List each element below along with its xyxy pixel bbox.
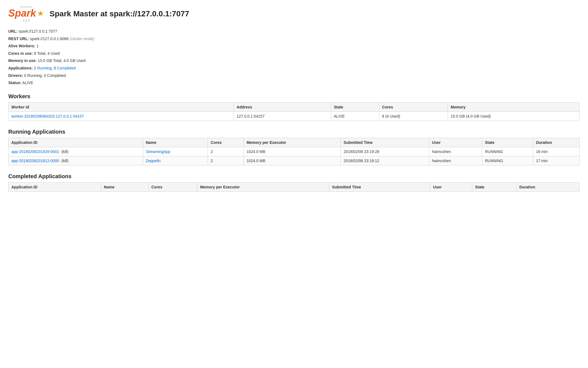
comp-col-submitted: Submitted Time: [329, 182, 430, 191]
running-apps-section: Running Applications Application ID Name…: [8, 129, 580, 165]
workers-col-state: State: [331, 102, 379, 112]
run-app-submitted-cell-1: 2018/02/08 23:19:28: [341, 147, 429, 156]
table-row: app-20180208231928-0001 (kill) Streaming…: [9, 147, 580, 156]
workers-col-address: Address: [234, 102, 331, 112]
workers-col-memory: Memory: [448, 102, 579, 112]
url-label: URL:: [8, 29, 17, 33]
comp-col-state: State: [472, 182, 516, 191]
completed-applications-link[interactable]: Completed: [57, 66, 76, 70]
memory-label: Memory in use:: [8, 58, 37, 63]
completed-apps-section: Completed Applications Application ID Na…: [8, 173, 580, 192]
run-app-name-link-2[interactable]: Zeppelin: [146, 159, 161, 163]
memory-row: Memory in use: 15.0 GB Total, 4.0 GB Use…: [8, 57, 580, 64]
status-label: Status:: [8, 81, 21, 85]
run-app-state-cell-2: RUNNING: [482, 156, 533, 165]
rest-url-label: REST URL:: [8, 37, 29, 41]
worker-id-cell: worker-20180208084203-127.0.0.1-54157: [9, 112, 234, 121]
memory-value: 15.0 GB Total, 4.0 GB Used: [38, 58, 86, 63]
run-col-memory: Memory per Executor: [244, 138, 341, 147]
version-label: 2.2.0: [23, 19, 29, 22]
completed-apps-header-row: Application ID Name Cores Memory per Exe…: [9, 182, 580, 191]
cores-value: 8 Total, 4 Used: [34, 51, 60, 56]
run-col-app-id: Application ID: [9, 138, 143, 147]
run-col-duration: Duration: [533, 138, 580, 147]
run-col-user: User: [429, 138, 482, 147]
applications-row: Applications: 2 Running, 0 Completed: [8, 64, 580, 72]
worker-address-cell: 127.0.0.1:54157: [234, 112, 331, 121]
workers-section: Workers Worker Id Address State Cores Me…: [8, 93, 580, 121]
comp-col-name: Name: [101, 182, 149, 191]
run-app-id-link-2[interactable]: app-20180208231812-0000: [11, 159, 59, 163]
page-header: APACHE Spark ★ 2.2.0 Spark Master at spa…: [8, 6, 580, 22]
completed-apps-header: Application ID Name Cores Memory per Exe…: [9, 182, 580, 191]
table-row: app-20180208231812-0000 (kill) Zeppelin …: [9, 156, 580, 165]
table-row: worker-20180208084203-127.0.0.1-54157 12…: [9, 112, 580, 121]
url-row: URL: spark://127.0.0.1:7077: [8, 28, 580, 35]
drivers-label: Drivers:: [8, 73, 23, 78]
comp-col-duration: Duration: [516, 182, 579, 191]
rest-url-note: (cluster mode): [70, 37, 94, 41]
applications-completed-count: 0: [54, 66, 56, 70]
completed-apps-table: Application ID Name Cores Memory per Exe…: [8, 182, 580, 192]
comp-col-memory: Memory per Executor: [197, 182, 329, 191]
running-apps-body: app-20180208231928-0001 (kill) Streaming…: [9, 147, 580, 165]
info-section: URL: spark://127.0.0.1:7077 REST URL: sp…: [8, 28, 580, 87]
cores-row: Cores in use: 8 Total, 4 Used: [8, 50, 580, 57]
cores-label: Cores in use:: [8, 51, 33, 56]
run-col-cores: Cores: [208, 138, 244, 147]
workers-title: Workers: [8, 93, 580, 100]
run-app-duration-cell-1: 16 min: [533, 147, 580, 156]
spark-logo-text: Spark: [8, 8, 36, 18]
run-app-duration-cell-2: 17 min: [533, 156, 580, 165]
star-icon: ★: [37, 9, 44, 18]
running-apps-header-row: Application ID Name Cores Memory per Exe…: [9, 138, 580, 147]
running-apps-table: Application ID Name Cores Memory per Exe…: [8, 138, 580, 165]
completed-apps-title: Completed Applications: [8, 173, 580, 180]
workers-table-body: worker-20180208084203-127.0.0.1-54157 12…: [9, 112, 580, 121]
drivers-value: 0 Running, 0 Completed: [24, 73, 66, 78]
run-app-id-link-1[interactable]: app-20180208231928-0001: [11, 149, 59, 154]
workers-table: Worker Id Address State Cores Memory wor…: [8, 102, 580, 121]
running-apps-title: Running Applications: [8, 129, 580, 135]
applications-running-count: 2: [34, 66, 36, 70]
worker-memory-cell: 15.0 GB (4.0 GB Used): [448, 112, 579, 121]
run-app-name-cell-1: StreamingApp: [143, 147, 208, 156]
alive-workers-row: Alive Workers: 1: [8, 42, 580, 50]
page-title: Spark Master at spark://127.0.0.1:7077: [50, 9, 189, 18]
run-app-cores-cell-1: 2: [208, 147, 244, 156]
running-applications-link[interactable]: Running: [37, 66, 51, 70]
workers-table-header: Worker Id Address State Cores Memory: [9, 102, 580, 112]
workers-header-row: Worker Id Address State Cores Memory: [9, 102, 580, 112]
running-apps-header: Application ID Name Cores Memory per Exe…: [9, 138, 580, 147]
run-app-cores-cell-2: 2: [208, 156, 244, 165]
drivers-row: Drivers: 0 Running, 0 Completed: [8, 72, 580, 79]
rest-url-row: REST URL: spark://127.0.0.1:6066 (cluste…: [8, 35, 580, 43]
worker-state-cell: ALIVE: [331, 112, 379, 121]
run-col-submitted: Submitted Time: [341, 138, 429, 147]
workers-col-worker-id: Worker Id: [9, 102, 234, 112]
run-col-name: Name: [143, 138, 208, 147]
worker-id-link[interactable]: worker-20180208084203-127.0.0.1-54157: [11, 114, 84, 118]
run-col-state: State: [482, 138, 533, 147]
url-value: spark://127.0.0.1:7077: [19, 29, 57, 33]
run-app-memory-cell-2: 1024.0 MB: [244, 156, 341, 165]
logo: APACHE Spark ★ 2.2.0: [8, 6, 44, 22]
comp-col-app-id: Application ID: [9, 182, 101, 191]
status-row: Status: ALIVE: [8, 79, 580, 87]
run-app-id-cell-2: app-20180208231812-0000 (kill): [9, 156, 143, 165]
run-app-name-link-1[interactable]: StreamingApp: [146, 149, 171, 154]
comp-col-user: User: [430, 182, 472, 191]
run-app-id-cell-1: app-20180208231928-0001 (kill): [9, 147, 143, 156]
run-app-user-cell-2: haimcohen: [429, 156, 482, 165]
rest-url-value: spark://127.0.0.1:6066: [30, 37, 69, 41]
applications-label: Applications:: [8, 66, 33, 70]
alive-workers-label: Alive Workers:: [8, 44, 35, 48]
run-app-submitted-cell-2: 2018/02/08 23:18:12: [341, 156, 429, 165]
run-app-state-cell-1: RUNNING: [482, 147, 533, 156]
kill-link-1[interactable]: (kill): [61, 149, 69, 154]
kill-link-2[interactable]: (kill): [61, 159, 69, 163]
status-value: ALIVE: [22, 81, 33, 85]
worker-cores-cell: 8 (4 Used): [379, 112, 448, 121]
alive-workers-value: 1: [37, 44, 39, 48]
comp-col-cores: Cores: [148, 182, 197, 191]
